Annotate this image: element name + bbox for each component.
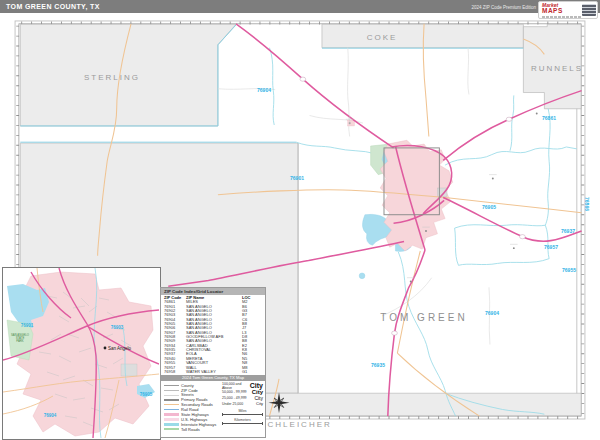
zip-code-label: 76957 xyxy=(544,244,558,250)
map-document: TOM GREEN COUNTY, TX 2024 ZIP Code Premi… xyxy=(0,0,600,440)
legend-swatch xyxy=(164,385,179,386)
county-map: STERLINGCOKERUNNELSTOM GREENSCHLEICHER76… xyxy=(0,20,600,440)
zip-code-label: 76904 xyxy=(485,310,499,316)
logo-corner-badge xyxy=(582,4,596,16)
scale-bars: MilesKilometers xyxy=(222,409,263,425)
title-bar: TOM GREEN COUNTY, TX 2024 ZIP Code Premi… xyxy=(0,0,600,13)
legend-swatch xyxy=(164,390,179,391)
legend-swatch xyxy=(164,428,179,431)
zip-code-label: 76955 xyxy=(562,267,576,273)
zip-table-row: 76958WATER VALLEYG1 xyxy=(164,370,262,374)
county-name-label: RUNNELS xyxy=(531,64,583,73)
logo-tagline-rule xyxy=(542,16,582,18)
legend-item-label: Toll Roads xyxy=(181,427,200,432)
zip-code-label: 76905 xyxy=(482,204,496,210)
legend-swatch xyxy=(164,423,179,426)
legend-item: Toll Roads xyxy=(164,427,220,432)
county-name-label: COKE xyxy=(367,33,398,42)
legend: CountyZIP CodeStreetsPrimary RoadsSecond… xyxy=(161,381,265,431)
population-range: 25,000 - 49,999 xyxy=(222,396,247,400)
scale-bar: Miles xyxy=(222,409,263,416)
zip-code-label: 76937 xyxy=(561,228,575,234)
legend-swatch xyxy=(164,413,179,416)
zip-code-label: 76901 xyxy=(290,175,304,181)
zip-table-cell: 76958 xyxy=(164,370,186,374)
county-name-label: STERLING xyxy=(84,73,140,82)
zip-code-label: 76935 xyxy=(371,362,385,368)
zip-index-title: ZIP Code Index/Grid Locator xyxy=(161,288,265,295)
zip-table-cell: G1 xyxy=(242,370,258,374)
zip-table-cell: WATER VALLEY xyxy=(186,370,242,374)
inset-park-name: SAN ANGELO STATE PARK xyxy=(11,334,29,343)
inset-zip-code-label: 76903 xyxy=(111,325,124,330)
inset-canvas xyxy=(3,268,159,438)
san-angelo-inset-map: 76901769037690476905San AngeloSAN ANGELO… xyxy=(2,267,161,440)
county-name-label: TOM GREEN xyxy=(380,312,467,323)
zip-index-table: ZIP CodeZIP NameLOC76861MILESM276901SAN … xyxy=(161,295,265,374)
scale-bar-rule xyxy=(222,422,263,425)
zip-index-panel: ZIP Code Index/Grid Locator ZIP CodeZIP … xyxy=(160,287,266,438)
city-sample-label: City xyxy=(254,395,263,401)
legend-symbol-list: CountyZIP CodeStreetsPrimary RoadsSecond… xyxy=(164,383,220,432)
county-name-label: SCHLEICHER xyxy=(260,420,332,429)
city-sample-label: City xyxy=(256,401,263,406)
county-coke xyxy=(322,24,523,47)
zip-code-label: 76861 xyxy=(542,115,556,121)
inset-zip-code-label: 76901 xyxy=(21,323,34,328)
legend-swatch xyxy=(164,399,179,401)
edition-label: 2024 ZIP Code Premium Edition xyxy=(472,5,536,10)
marketmaps-logo: Market MAPS xyxy=(538,1,598,19)
legend-city-classes: 100,000 and AboveCity50,000 - 99,999City… xyxy=(220,383,263,432)
zip-code-label: 76904 xyxy=(257,87,271,93)
city-population-class: Under 25,000City xyxy=(222,401,263,407)
population-range: 50,000 - 99,999 xyxy=(222,390,247,394)
inset-city-dot xyxy=(104,347,107,350)
population-range: Under 25,000 xyxy=(222,402,243,406)
legend-swatch xyxy=(164,404,179,405)
scale-bar: Kilometers xyxy=(222,418,263,425)
population-range: 100,000 and Above xyxy=(222,382,250,390)
inset-zip-code-label: 76905 xyxy=(140,392,153,397)
inset-city-name: San Angelo xyxy=(108,346,131,351)
legend-swatch xyxy=(164,395,179,396)
zip-code-label: 76866 xyxy=(584,197,590,211)
inset-goodfellow-afb xyxy=(121,364,137,376)
legend-swatch xyxy=(164,418,179,421)
inset-zip-code-label: 76904 xyxy=(44,413,57,418)
legend-swatch xyxy=(164,409,179,410)
page-title: TOM GREEN COUNTY, TX xyxy=(6,3,100,10)
logo-brand-bottom: MAPS xyxy=(542,8,582,15)
scale-bar-rule xyxy=(222,413,263,416)
small-pond xyxy=(359,273,365,279)
